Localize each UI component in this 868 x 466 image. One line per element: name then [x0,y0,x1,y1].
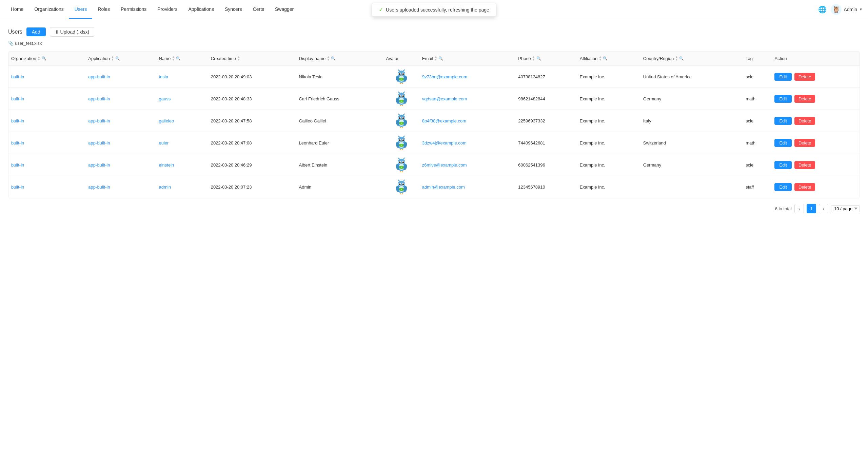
sort-icons-country[interactable]: ▲ ▼ [675,56,678,61]
svg-point-101 [399,183,400,185]
filter-icon-app[interactable]: 🔍 [115,56,120,61]
filter-icon-phone[interactable]: 🔍 [536,56,541,61]
email-link-2[interactable]: 8p4f38@example.com [422,118,466,123]
delete-button-4[interactable]: Delete [794,161,815,169]
svg-marker-59 [398,135,400,137]
nav-item-certs[interactable]: Certs [248,0,270,19]
add-button[interactable]: Add [26,27,46,36]
name-link-4[interactable]: einstein [159,162,174,168]
filter-icon-name[interactable]: 🔍 [176,56,181,61]
sort-icons-app[interactable]: ▲ ▼ [111,56,114,61]
svg-marker-2 [398,69,400,71]
cell-avatar-1: ✓ [383,88,419,110]
per-page-select[interactable]: 10 / page 20 / page 50 / page [831,205,860,212]
org-link-1[interactable]: built-in [11,96,24,101]
next-page-button[interactable]: › [819,204,828,213]
app-link-5[interactable]: app-built-in [88,185,110,190]
email-link-0[interactable]: 9v73hn@example.com [422,74,467,79]
page-1-button[interactable]: 1 [807,204,816,213]
sort-icons-affil[interactable]: ▲ ▼ [599,56,601,61]
edit-button-3[interactable]: Edit [774,139,791,147]
email-link-4[interactable]: z6mive@example.com [422,162,467,168]
email-link-1[interactable]: vqdsan@example.com [422,96,467,101]
filter-icon-org[interactable]: 🔍 [42,56,46,61]
edit-button-2[interactable]: Edit [774,117,791,125]
filter-icon-display[interactable]: 🔍 [331,56,336,61]
cell-tag-2: scie [743,110,772,132]
nav-item-roles[interactable]: Roles [92,0,115,19]
filter-icon-affil[interactable]: 🔍 [603,56,608,61]
sort-icons-name[interactable]: ▲ ▼ [172,56,175,61]
app-link-4[interactable]: app-built-in [88,162,110,168]
edit-button-1[interactable]: Edit [774,95,791,103]
total-count: 6 in total [775,206,792,211]
cell-app-3: app-built-in [85,132,156,154]
nav-item-home[interactable]: Home [5,0,29,19]
success-icon: ✓ [379,6,383,13]
nav-item-applications[interactable]: Applications [183,0,220,19]
app-link-3[interactable]: app-built-in [88,140,110,145]
filter-icon-country[interactable]: 🔍 [679,56,684,61]
cell-app-5: app-built-in [85,176,156,198]
delete-button-0[interactable]: Delete [794,73,815,81]
cell-org-5: built-in [8,176,85,198]
delete-button-1[interactable]: Delete [794,95,815,103]
sort-icons-email[interactable]: ▲ ▼ [434,56,437,61]
name-link-5[interactable]: admin [159,185,171,190]
sort-icons-phone[interactable]: ▲ ▼ [532,56,535,61]
upload-button[interactable]: ⬆ Upload (.xlsx) [50,27,94,37]
edit-button-4[interactable]: Edit [774,161,791,169]
prev-page-button[interactable]: ‹ [794,204,804,213]
org-link-4[interactable]: built-in [11,162,24,168]
org-link-3[interactable]: built-in [11,140,24,145]
cell-name-2: galieleo [156,110,208,132]
delete-button-3[interactable]: Delete [794,139,815,147]
nav-item-organizations[interactable]: Organizations [29,0,69,19]
nav-item-providers[interactable]: Providers [152,0,183,19]
delete-button-5[interactable]: Delete [794,183,815,191]
cell-display-1: Carl Friedrich Gauss [296,88,383,110]
svg-point-26 [402,95,404,97]
nav-item-syncers[interactable]: Syncers [219,0,248,19]
cell-avatar-2: ✓ [383,110,419,132]
name-link-0[interactable]: tesla [159,74,168,79]
nav-item-users[interactable]: Users [69,0,93,19]
sort-icons-created[interactable]: ▲ ▼ [237,56,240,61]
col-created-time: Created time ▲ ▼ [208,52,296,66]
name-link-3[interactable]: euler [159,140,169,145]
col-avatar: Avatar [383,52,419,66]
edit-button-0[interactable]: Edit [774,73,791,81]
svg-point-9 [403,74,404,74]
app-link-0[interactable]: app-built-in [88,74,110,79]
avatar-container-5: ✓ [386,179,416,194]
avatar-container-2: ✓ [386,113,416,128]
edit-button-5[interactable]: Edit [774,183,791,191]
name-link-1[interactable]: gauss [159,96,171,101]
admin-menu[interactable]: 🦉 Admin ▼ [831,4,863,15]
sort-icons-org[interactable]: ▲ ▼ [38,56,40,61]
globe-icon[interactable]: 🌐 [818,5,827,14]
delete-button-2[interactable]: Delete [794,117,815,125]
org-link-2[interactable]: built-in [11,118,24,123]
app-link-2[interactable]: app-built-in [88,118,110,123]
cell-affil-3: Example Inc. [577,132,640,154]
nav-item-swagger[interactable]: Swagger [270,0,299,19]
top-navigation: HomeOrganizationsUsersRolesPermissionsPr… [0,0,868,19]
email-link-5[interactable]: admin@example.com [422,185,465,190]
app-link-1[interactable]: app-built-in [88,96,110,101]
org-link-5[interactable]: built-in [11,185,24,190]
nav-item-permissions[interactable]: Permissions [115,0,152,19]
file-name: user_test.xlsx [15,41,42,46]
cell-app-1: app-built-in [85,88,156,110]
avatar: 🦉 [831,4,842,15]
org-link-0[interactable]: built-in [11,74,24,79]
cell-country-1: Germany [640,88,743,110]
sort-icons-display[interactable]: ▲ ▼ [327,56,330,61]
cell-country-2: Italy [640,110,743,132]
name-link-2[interactable]: galieleo [159,118,174,123]
email-link-3[interactable]: 3dzw4j@example.com [422,140,467,145]
page-title: Users [8,29,22,35]
filter-icon-email[interactable]: 🔍 [438,56,443,61]
main-content: Users Add ⬆ Upload (.xlsx) 📎 user_test.x… [0,19,868,466]
svg-point-103 [400,184,400,185]
